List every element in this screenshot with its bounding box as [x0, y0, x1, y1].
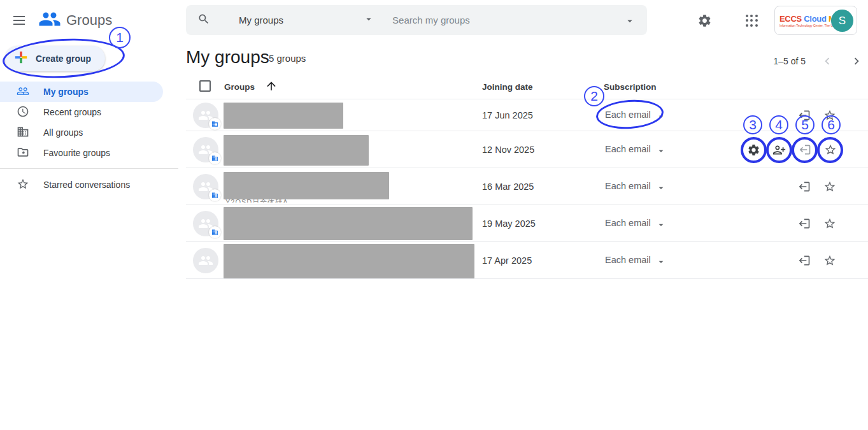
google-plus-icon	[14, 50, 28, 67]
sidebar-item-recent-groups[interactable]: Recent groups	[0, 102, 178, 122]
sidebar-item-starred-conversations[interactable]: Starred conversations	[0, 175, 178, 195]
subscription-caret-icon[interactable]	[656, 146, 666, 159]
group-avatar	[193, 137, 218, 162]
redacted-group-name	[224, 207, 473, 240]
group-count: 5 groups	[269, 53, 306, 64]
star-group-icon[interactable]	[818, 212, 841, 235]
leave-group-icon[interactable]	[793, 138, 816, 161]
subscription-caret-icon[interactable]	[656, 257, 666, 269]
main-content: My groups 5 groups 1–5 of 5 Groups Joini…	[186, 41, 868, 279]
next-page-button[interactable]	[845, 50, 868, 73]
subscription-dropdown[interactable]: Each email	[605, 181, 651, 191]
sidebar-item-label: Favourite groups	[43, 148, 110, 158]
search-icon	[197, 13, 210, 28]
joining-date: 17 Apr 2025	[482, 255, 532, 266]
group-avatar	[193, 248, 218, 273]
google-groups-app: Groups My groups ECCS Cl	[0, 0, 868, 430]
group-avatar	[193, 174, 218, 199]
organization-badge-icon	[209, 152, 221, 164]
star-group-icon[interactable]	[818, 104, 841, 127]
star-group-icon[interactable]	[819, 138, 842, 161]
joining-date: 16 Mar 2025	[482, 182, 534, 192]
groups-people-icon	[38, 8, 61, 33]
sidebar-item-label: Recent groups	[43, 107, 101, 117]
sidebar-item-all-groups[interactable]: All groups	[0, 122, 178, 143]
subscription-caret-icon[interactable]	[656, 220, 666, 233]
search-bar[interactable]: My groups	[186, 5, 647, 35]
star-group-icon[interactable]	[818, 249, 841, 272]
subscription-caret-icon[interactable]	[656, 183, 666, 196]
subscription-dropdown[interactable]: Each email	[605, 255, 651, 265]
group-avatar	[193, 103, 218, 128]
title-row: My groups 5 groups 1–5 of 5	[186, 41, 868, 74]
group-settings-gear-icon[interactable]	[742, 138, 765, 161]
sidebar-nav: My groups Recent groups All groups Favou…	[0, 82, 178, 163]
add-member-icon[interactable]	[767, 138, 790, 161]
column-header-joining-date[interactable]: Joining date	[482, 82, 533, 92]
group-row[interactable]: Y2OSD日全体研A 16 Mar 2025 Each email	[186, 168, 868, 205]
create-group-label: Create group	[36, 54, 91, 64]
organization-badge-icon	[209, 226, 221, 238]
leave-group-icon[interactable]	[793, 104, 816, 127]
select-all-checkbox[interactable]	[199, 80, 211, 92]
star-icon	[17, 178, 29, 192]
organization-badge-icon	[209, 189, 221, 201]
badge-subtitle: Information Technology Center, The Unive…	[779, 24, 833, 27]
clock-icon	[17, 105, 29, 120]
column-header-subscription[interactable]: Subscription	[604, 82, 657, 92]
building-icon	[17, 125, 29, 140]
hamburger-menu-icon[interactable]	[10, 11, 28, 29]
redacted-group-name	[224, 172, 389, 199]
sidebar: Create group My groups Recent groups All…	[0, 41, 178, 430]
joining-date: 19 May 2025	[482, 219, 536, 229]
group-row[interactable]: 17 Apr 2025 Each email	[186, 242, 868, 279]
google-apps-grid-icon[interactable]	[741, 10, 762, 31]
sidebar-item-label: My groups	[43, 87, 89, 97]
sidebar-divider	[0, 168, 178, 169]
joining-date: 17 Jun 2025	[482, 110, 533, 120]
sidebar-item-my-groups[interactable]: My groups	[0, 82, 163, 102]
sidebar-item-favourite-groups[interactable]: Favourite groups	[0, 143, 178, 163]
sort-ascending-icon[interactable]	[265, 80, 278, 95]
pagination: 1–5 of 5	[773, 50, 868, 73]
topbar: Groups My groups ECCS Cl	[0, 0, 868, 41]
search-options-caret-icon[interactable]	[624, 15, 636, 29]
table-header: Groups Joining date Subscription	[186, 74, 868, 99]
groups-logo[interactable]: Groups	[38, 8, 112, 33]
group-row[interactable]: 17 Jun 2025 Each email	[186, 99, 868, 131]
create-group-button[interactable]: Create group	[5, 46, 105, 71]
people-icon	[17, 85, 29, 99]
folder-star-icon	[17, 146, 29, 161]
joining-date: 12 Nov 2025	[482, 145, 534, 155]
settings-gear-icon[interactable]	[694, 10, 715, 31]
group-avatar	[193, 211, 218, 236]
badge-title-cloud: Cloud	[804, 14, 826, 24]
star-group-icon[interactable]	[818, 175, 841, 198]
redacted-group-name	[224, 103, 343, 129]
redacted-group-name	[224, 135, 369, 166]
sidebar-item-label: All groups	[43, 127, 83, 138]
subscription-dropdown[interactable]: Each email	[605, 110, 651, 120]
search-scope-caret-icon[interactable]	[363, 13, 374, 27]
leave-group-icon[interactable]	[793, 212, 816, 235]
leave-group-icon[interactable]	[793, 249, 816, 272]
subscription-dropdown[interactable]: Each email	[605, 218, 651, 228]
organization-badge-icon	[209, 118, 221, 130]
clipped-text-fragment: Y2OSD日全体研A	[225, 197, 288, 203]
search-scope-selector[interactable]: My groups	[239, 15, 283, 25]
app-name: Groups	[66, 12, 112, 29]
page-title: My groups	[186, 47, 269, 68]
user-avatar[interactable]: S	[831, 10, 853, 32]
sidebar-item-label: Starred conversations	[43, 180, 130, 190]
group-row[interactable]: 12 Nov 2025 Each email	[186, 131, 868, 168]
leave-group-icon[interactable]	[793, 175, 816, 198]
search-input[interactable]	[392, 15, 602, 25]
account-badge[interactable]: ECCS Cloud Mail Information Technology C…	[774, 6, 857, 35]
subscription-dropdown[interactable]: Each email	[605, 144, 651, 154]
previous-page-button[interactable]	[816, 50, 839, 73]
subscription-caret-icon[interactable]	[656, 111, 666, 124]
column-header-groups[interactable]: Groups	[224, 82, 255, 92]
group-row[interactable]: 19 May 2025 Each email	[186, 205, 868, 242]
badge-title-eccs: ECCS	[779, 14, 802, 24]
redacted-group-name	[224, 244, 474, 278]
